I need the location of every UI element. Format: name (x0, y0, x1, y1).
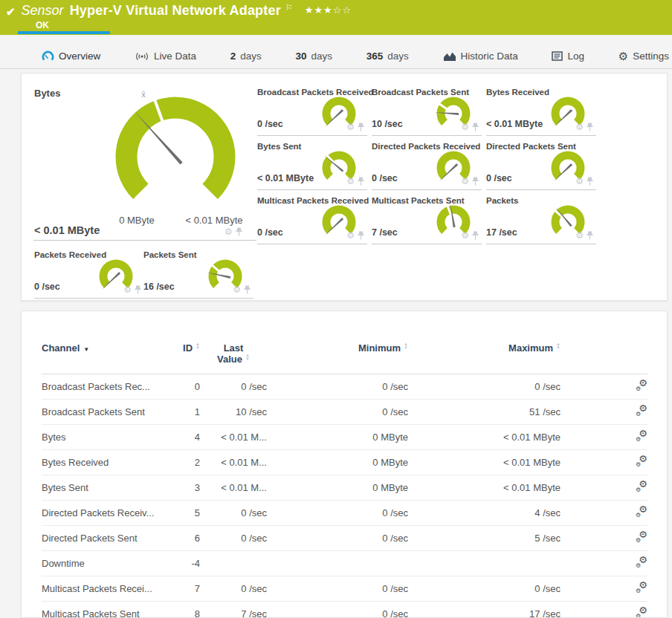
tab-label: Overview (59, 51, 100, 62)
gauge-value: 0 /sec (372, 173, 398, 183)
column-header-minimum[interactable]: Minimum▲▼ (267, 338, 408, 374)
gauge-tile-bytes[interactable]: Bytesx̄0 MByte< 0.01 MByte< 0.01 MByte⚙ (33, 84, 256, 241)
pin-icon[interactable] (587, 177, 593, 186)
column-header-maximum[interactable]: Maximum▲▼ (408, 338, 560, 374)
sort-icon: ▲▼ (556, 342, 560, 349)
gear-icon[interactable]: ⚙ (575, 123, 584, 131)
sort-icon: ▲▼ (404, 342, 408, 349)
channel-id: 4 (157, 425, 200, 450)
channel-maximum (408, 551, 560, 576)
tab-historic-data[interactable]: Historic Data (443, 51, 518, 62)
gauge-tile-packets-sent[interactable]: Packets Sent16 /sec⚙ (143, 250, 253, 299)
tab-overview[interactable]: Overview (42, 51, 100, 62)
gauge-tile-directed-packets-received[interactable]: Directed Packets Received0 /sec⚙ (372, 142, 482, 190)
gauge-tile-bytes-received[interactable]: Bytes Received< 0.01 MByte⚙ (486, 88, 596, 136)
channel-name[interactable]: Directed Packets Sent (42, 526, 157, 551)
gauge-value: 0 /sec (486, 173, 512, 183)
channel-settings-gears-icon[interactable]: ⚙⚙ (636, 430, 647, 442)
gear-icon[interactable]: ⚙ (575, 231, 584, 240)
tab-live-data[interactable]: Live Data (135, 51, 196, 62)
channel-settings-gears-icon[interactable]: ⚙⚙ (636, 455, 647, 467)
sensor-title: Hyper-V Virtual Network Adapter (70, 3, 281, 19)
pin-icon[interactable] (587, 231, 593, 240)
channel-name[interactable]: Broadcast Packets Sent (42, 400, 157, 425)
active-tab-underline (18, 31, 110, 34)
column-header-id[interactable]: ID▲▼ (157, 338, 200, 374)
gauge-tile-multicast-packets-sent[interactable]: Multicast Packets Sent7 /sec⚙ (372, 196, 482, 244)
pin-icon[interactable] (236, 227, 242, 236)
channel-name[interactable]: Downtime (42, 551, 157, 576)
last-value-label: LastValue (217, 342, 243, 365)
tab-30-days[interactable]: 30days (295, 51, 332, 62)
channel-id: 7 (157, 576, 200, 602)
pin-icon[interactable] (587, 123, 593, 131)
channel-id: 1 (157, 400, 200, 425)
channel-settings-gears-icon[interactable]: ⚙⚙ (636, 531, 647, 543)
gauge-value: 16 /sec (143, 282, 175, 292)
gear-icon[interactable]: ⚙ (461, 123, 469, 131)
gauge-tile-multicast-packets-received[interactable]: Multicast Packets Received0 /sec⚙ (257, 196, 367, 244)
channel-minimum: 0 MByte (267, 450, 408, 475)
gear-icon[interactable]: ⚙ (461, 177, 469, 186)
gauge-tile-bytes-sent[interactable]: Bytes Sent< 0.01 MByte⚙ (257, 142, 367, 190)
gauge-tile-packets[interactable]: Packets17 /sec⚙ (486, 196, 596, 244)
channel-settings-gears-icon[interactable]: ⚙⚙ (636, 380, 647, 391)
channel-name[interactable]: Bytes Sent (42, 475, 157, 501)
channel-name[interactable]: Directed Packets Receiv... (42, 501, 157, 526)
channel-name[interactable]: Bytes (42, 425, 157, 450)
tab-2-days[interactable]: 2days (230, 51, 262, 62)
channel-id: -4 (157, 551, 200, 576)
pin-icon[interactable] (472, 177, 479, 186)
gear-icon[interactable]: ⚙ (346, 177, 355, 186)
tab-settings[interactable]: ⚙Settings (618, 51, 669, 62)
gauge-tile-broadcast-packets-sent[interactable]: Broadcast Packets Sent10 /sec⚙ (372, 88, 482, 136)
channel-table-body: Broadcast Packets Rec...00 /sec0 /sec0 /… (42, 374, 647, 618)
channel-maximum: 51 /sec (408, 400, 560, 425)
column-header-last-value[interactable]: LastValue▲▼ (200, 338, 267, 374)
gear-icon[interactable]: ⚙ (461, 231, 469, 240)
channel-settings-gears-icon[interactable]: ⚙⚙ (636, 405, 647, 417)
channel-name[interactable]: Multicast Packets Recei... (42, 576, 157, 602)
pin-icon[interactable] (358, 177, 364, 186)
channel-name[interactable]: Broadcast Packets Rec... (42, 374, 157, 400)
table-row-downtime: Downtime-4⚙⚙ (42, 551, 647, 576)
pin-icon[interactable] (472, 123, 479, 131)
channel-maximum: 0 /sec (408, 374, 560, 400)
gauge-icon (42, 51, 54, 62)
gauges-panel: Bytesx̄0 MByte< 0.01 MByte< 0.01 MByte⚙B… (21, 73, 668, 301)
pin-icon[interactable] (135, 285, 141, 294)
gear-icon[interactable]: ⚙ (233, 285, 241, 294)
channel-minimum: 0 MByte (267, 475, 408, 501)
pin-icon[interactable] (472, 231, 479, 240)
channel-last-value: < 0.01 M... (200, 450, 267, 475)
channel-settings-gears-icon[interactable]: ⚙⚙ (636, 506, 647, 518)
channel-name[interactable]: Bytes Received (42, 450, 157, 475)
gauge-tile-packets-received[interactable]: Packets Received0 /sec⚙ (34, 250, 144, 299)
channel-last-value: < 0.01 M... (200, 475, 267, 501)
gear-icon[interactable]: ⚙ (346, 123, 355, 131)
channel-settings-gears-icon[interactable]: ⚙⚙ (636, 556, 647, 568)
priority-stars[interactable]: ★★★☆☆ (305, 4, 352, 16)
priority-flag-icon[interactable]: ⚐ (285, 3, 293, 13)
gauge-tile-broadcast-packets-received[interactable]: Broadcast Packets Received0 /sec⚙ (257, 88, 367, 136)
status-badge: OK (36, 20, 49, 30)
column-header-channel[interactable]: Channel▼ (42, 338, 157, 374)
tab-log[interactable]: Log (552, 51, 584, 62)
channel-name[interactable]: Multicast Packets Sent (42, 602, 157, 618)
channel-last-value: 0 /sec (200, 501, 267, 526)
channel-settings-gears-icon[interactable]: ⚙⚙ (636, 481, 647, 492)
tab-365-days[interactable]: 365days (366, 51, 409, 62)
gear-icon[interactable]: ⚙ (123, 285, 132, 294)
channel-settings-gears-icon[interactable]: ⚙⚙ (636, 582, 647, 593)
object-kind-label: Sensor (22, 3, 64, 19)
gear-icon[interactable]: ⚙ (575, 177, 584, 186)
channel-id: 6 (157, 526, 200, 551)
gear-icon[interactable]: ⚙ (346, 231, 355, 240)
gear-icon[interactable]: ⚙ (224, 227, 233, 236)
pin-icon[interactable] (358, 231, 364, 240)
pin-icon[interactable] (244, 285, 251, 294)
pin-icon[interactable] (358, 123, 364, 131)
channel-settings-gears-icon[interactable]: ⚙⚙ (636, 607, 647, 618)
channel-last-value: 0 /sec (200, 576, 267, 602)
gauge-tile-directed-packets-sent[interactable]: Directed Packets Sent0 /sec⚙ (486, 142, 596, 190)
